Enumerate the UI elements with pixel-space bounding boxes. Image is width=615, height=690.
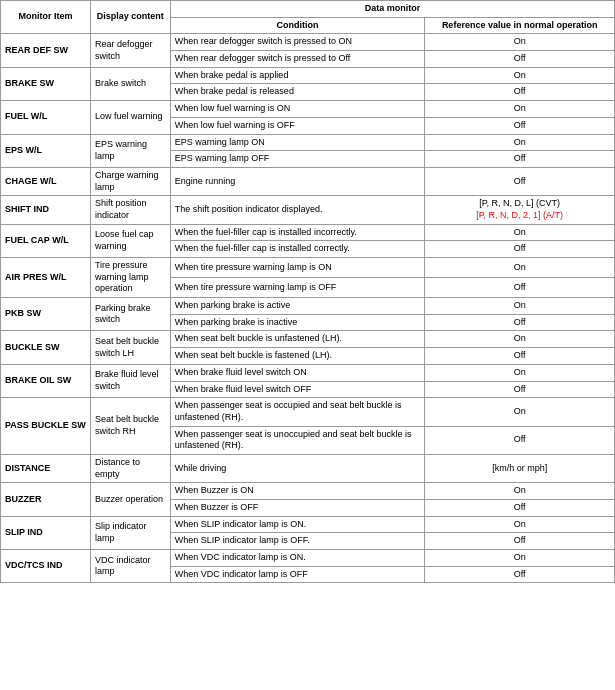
reference-cell: On — [425, 258, 615, 278]
display-content-cell: Low fuel warning — [90, 101, 170, 134]
table-row: REAR DEF SWRear defogger switchWhen rear… — [1, 34, 615, 51]
reference-cell: Off — [425, 348, 615, 365]
display-content-cell: Shift position indicator — [90, 196, 170, 224]
condition-cell: When low fuel warning is OFF — [170, 117, 425, 134]
condition-cell: When brake fluid level switch ON — [170, 364, 425, 381]
header-condition: Condition — [170, 17, 425, 34]
display-content-cell: VDC indicator lamp — [90, 550, 170, 583]
reference-cell: On — [425, 398, 615, 426]
condition-cell: When parking brake is active — [170, 298, 425, 315]
monitor-item-cell: REAR DEF SW — [1, 34, 91, 67]
condition-cell: When low fuel warning is ON — [170, 101, 425, 118]
condition-cell: EPS warning lamp OFF — [170, 151, 425, 168]
reference-cell: On — [425, 331, 615, 348]
display-content-cell: Seat belt buckle switch LH — [90, 331, 170, 364]
condition-cell: When parking brake is inactive — [170, 314, 425, 331]
display-content-cell: Distance to empty — [90, 454, 170, 482]
table-row: SHIFT INDShift position indicatorThe shi… — [1, 196, 615, 224]
monitor-item-cell: BRAKE SW — [1, 67, 91, 100]
monitor-item-cell: DISTANCE — [1, 454, 91, 482]
condition-cell: When brake fluid level switch OFF — [170, 381, 425, 398]
table-row: FUEL CAP W/LLoose fuel cap warningWhen t… — [1, 224, 615, 241]
reference-cell: On — [425, 134, 615, 151]
reference-cell: Off — [425, 84, 615, 101]
table-row: AIR PRES W/LTire pressure warning lamp o… — [1, 258, 615, 278]
reference-cell: Off — [425, 167, 615, 195]
condition-cell: EPS warning lamp ON — [170, 134, 425, 151]
condition-cell: When passenger seat is unoccupied and se… — [170, 426, 425, 454]
monitor-item-cell: BRAKE OIL SW — [1, 364, 91, 397]
condition-cell: When tire pressure warning lamp is ON — [170, 258, 425, 278]
table-row: PKB SWParking brake switchWhen parking b… — [1, 298, 615, 315]
monitor-item-cell: SHIFT IND — [1, 196, 91, 224]
reference-cell: Off — [425, 241, 615, 258]
table-row: BUZZERBuzzer operationWhen Buzzer is ONO… — [1, 483, 615, 500]
display-content-cell: Rear defogger switch — [90, 34, 170, 67]
reference-cell: On — [425, 483, 615, 500]
condition-cell: When the fuel-filler cap is installed in… — [170, 224, 425, 241]
monitor-item-cell: PKB SW — [1, 298, 91, 331]
monitor-item-cell: CHAGE W/L — [1, 167, 91, 195]
condition-cell: When VDC indicator lamp is OFF — [170, 566, 425, 583]
display-content-cell: Tire pressure warning lamp operation — [90, 258, 170, 298]
monitor-item-cell: FUEL CAP W/L — [1, 224, 91, 257]
reference-cell: Off — [425, 51, 615, 68]
monitor-item-cell: SLIP IND — [1, 516, 91, 549]
condition-cell: The shift position indicator displayed. — [170, 196, 425, 224]
display-content-cell: Slip indicator lamp — [90, 516, 170, 549]
monitor-item-cell: BUZZER — [1, 483, 91, 516]
display-content-cell: Parking brake switch — [90, 298, 170, 331]
monitor-item-cell: BUCKLE SW — [1, 331, 91, 364]
table-row: EPS W/LEPS warning lampEPS warning lamp … — [1, 134, 615, 151]
header-display: Display content — [90, 1, 170, 34]
table-row: BUCKLE SWSeat belt buckle switch LHWhen … — [1, 331, 615, 348]
condition-cell: When seat belt buckle is unfastened (LH)… — [170, 331, 425, 348]
condition-cell: When tire pressure warning lamp is OFF — [170, 278, 425, 298]
header-data-monitor: Data monitor — [170, 1, 614, 18]
display-content-cell: Brake fluid level switch — [90, 364, 170, 397]
condition-cell: When SLIP indicator lamp is ON. — [170, 516, 425, 533]
reference-cell: On — [425, 224, 615, 241]
condition-cell: While driving — [170, 454, 425, 482]
reference-cell: On — [425, 516, 615, 533]
monitor-item-cell: AIR PRES W/L — [1, 258, 91, 298]
reference-cell: Off — [425, 278, 615, 298]
reference-cell: On — [425, 101, 615, 118]
monitor-item-cell: VDC/TCS IND — [1, 550, 91, 583]
reference-cell: Off — [425, 426, 615, 454]
header-reference: Reference value in normal operation — [425, 17, 615, 34]
condition-cell: When brake pedal is applied — [170, 67, 425, 84]
display-content-cell: Charge warning lamp — [90, 167, 170, 195]
condition-cell: When brake pedal is released — [170, 84, 425, 101]
monitor-item-cell: EPS W/L — [1, 134, 91, 167]
reference-cell: [km/h or mph] — [425, 454, 615, 482]
reference-cell: On — [425, 67, 615, 84]
condition-cell: When the fuel-filler cap is installed co… — [170, 241, 425, 258]
reference-cell: Off — [425, 566, 615, 583]
condition-cell: Engine running — [170, 167, 425, 195]
header-monitor: Monitor Item — [1, 1, 91, 34]
monitor-item-cell: FUEL W/L — [1, 101, 91, 134]
display-content-cell: Loose fuel cap warning — [90, 224, 170, 257]
reference-cell: Off — [425, 381, 615, 398]
table-row: DISTANCEDistance to emptyWhile driving[k… — [1, 454, 615, 482]
reference-cell: On — [425, 550, 615, 567]
reference-cell: Off — [425, 151, 615, 168]
table-row: FUEL W/LLow fuel warningWhen low fuel wa… — [1, 101, 615, 118]
condition-cell: When VDC indicator lamp is ON. — [170, 550, 425, 567]
main-table: Monitor Item Display content Data monito… — [0, 0, 615, 583]
display-content-cell: Buzzer operation — [90, 483, 170, 516]
condition-cell: When rear defogger switch is pressed to … — [170, 34, 425, 51]
table-row: CHAGE W/LCharge warning lampEngine runni… — [1, 167, 615, 195]
table-row: VDC/TCS INDVDC indicator lampWhen VDC in… — [1, 550, 615, 567]
monitor-item-cell: PASS BUCKLE SW — [1, 398, 91, 455]
reference-cell: On — [425, 34, 615, 51]
table-row: BRAKE OIL SWBrake fluid level switchWhen… — [1, 364, 615, 381]
condition-cell: When seat belt buckle is fastened (LH). — [170, 348, 425, 365]
reference-cell: Off — [425, 117, 615, 134]
condition-cell: When rear defogger switch is pressed to … — [170, 51, 425, 68]
reference-cell: Off — [425, 533, 615, 550]
reference-cell: On — [425, 298, 615, 315]
condition-cell: When passenger seat is occupied and seat… — [170, 398, 425, 426]
reference-cell: Off — [425, 500, 615, 517]
